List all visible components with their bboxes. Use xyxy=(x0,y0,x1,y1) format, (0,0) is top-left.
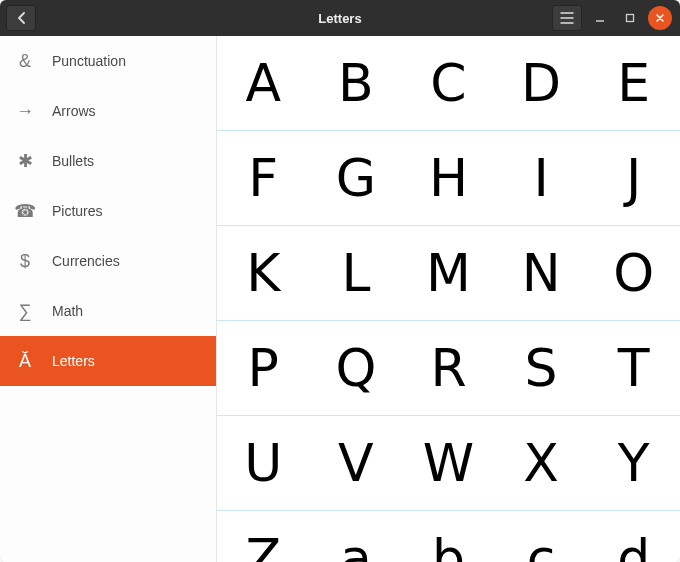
character-cell[interactable]: C xyxy=(402,36,495,131)
sidebar-item-punctuation[interactable]: & Punctuation xyxy=(0,36,216,86)
sidebar-item-bullets[interactable]: ✱ Bullets xyxy=(0,136,216,186)
back-button[interactable] xyxy=(6,5,36,31)
sidebar-item-math[interactable]: ∑ Math xyxy=(0,286,216,336)
maximize-icon xyxy=(625,13,635,23)
sidebar-item-arrows[interactable]: → Arrows xyxy=(0,86,216,136)
character-cell[interactable]: M xyxy=(402,226,495,321)
sidebar-item-label: Bullets xyxy=(52,153,94,169)
titlebar-controls xyxy=(552,5,672,31)
sidebar-item-label: Letters xyxy=(52,353,95,369)
maximize-button[interactable] xyxy=(618,6,642,30)
svg-rect-0 xyxy=(627,15,634,22)
phone-icon: ☎ xyxy=(14,200,36,222)
character-cell[interactable]: Y xyxy=(587,416,680,511)
character-cell[interactable]: c xyxy=(495,511,588,562)
sigma-icon: ∑ xyxy=(14,300,36,322)
dollar-icon: $ xyxy=(14,250,36,272)
sidebar-item-currencies[interactable]: $ Currencies xyxy=(0,236,216,286)
titlebar: Letters xyxy=(0,0,680,36)
character-cell[interactable]: b xyxy=(402,511,495,562)
sidebar-item-label: Punctuation xyxy=(52,53,126,69)
app-body: & Punctuation → Arrows ✱ Bullets ☎ Pictu… xyxy=(0,36,680,562)
character-cell[interactable]: X xyxy=(495,416,588,511)
character-cell[interactable]: L xyxy=(310,226,403,321)
close-icon xyxy=(655,13,665,23)
character-grid: ABCDEFGHIJKLMNOPQRSTUVWXYZabcd xyxy=(217,36,680,562)
character-cell[interactable]: H xyxy=(402,131,495,226)
sidebar-item-label: Currencies xyxy=(52,253,120,269)
character-cell[interactable]: K xyxy=(217,226,310,321)
character-cell[interactable]: a xyxy=(310,511,403,562)
ampersand-icon: & xyxy=(14,50,36,72)
chevron-left-icon xyxy=(17,12,26,24)
asterisk-icon: ✱ xyxy=(14,150,36,172)
arrow-icon: → xyxy=(14,100,36,122)
character-cell[interactable]: U xyxy=(217,416,310,511)
character-cell[interactable]: d xyxy=(587,511,680,562)
character-cell[interactable]: Z xyxy=(217,511,310,562)
app-window: Letters & Punctuation → Arrows xyxy=(0,0,680,562)
character-cell[interactable]: T xyxy=(587,321,680,416)
sidebar-item-label: Math xyxy=(52,303,83,319)
sidebar-item-letters[interactable]: Ă Letters xyxy=(0,336,216,386)
character-cell[interactable]: D xyxy=(495,36,588,131)
character-scroll[interactable]: ABCDEFGHIJKLMNOPQRSTUVWXYZabcd xyxy=(217,36,680,562)
minimize-icon xyxy=(595,13,605,23)
character-cell[interactable]: A xyxy=(217,36,310,131)
character-cell[interactable]: E xyxy=(587,36,680,131)
character-cell[interactable]: I xyxy=(495,131,588,226)
character-cell[interactable]: O xyxy=(587,226,680,321)
character-cell[interactable]: B xyxy=(310,36,403,131)
sidebar-item-pictures[interactable]: ☎ Pictures xyxy=(0,186,216,236)
sidebar-item-label: Pictures xyxy=(52,203,103,219)
character-cell[interactable]: S xyxy=(495,321,588,416)
character-cell[interactable]: W xyxy=(402,416,495,511)
character-cell[interactable]: V xyxy=(310,416,403,511)
hamburger-icon xyxy=(560,12,574,24)
character-cell[interactable]: F xyxy=(217,131,310,226)
character-cell[interactable]: P xyxy=(217,321,310,416)
sidebar: & Punctuation → Arrows ✱ Bullets ☎ Pictu… xyxy=(0,36,217,562)
sidebar-item-label: Arrows xyxy=(52,103,96,119)
letter-icon: Ă xyxy=(14,350,36,372)
hamburger-menu-button[interactable] xyxy=(552,5,582,31)
minimize-button[interactable] xyxy=(588,6,612,30)
character-cell[interactable]: J xyxy=(587,131,680,226)
character-cell[interactable]: Q xyxy=(310,321,403,416)
character-cell[interactable]: G xyxy=(310,131,403,226)
close-button[interactable] xyxy=(648,6,672,30)
character-cell[interactable]: N xyxy=(495,226,588,321)
content-area: ABCDEFGHIJKLMNOPQRSTUVWXYZabcd xyxy=(217,36,680,562)
character-cell[interactable]: R xyxy=(402,321,495,416)
